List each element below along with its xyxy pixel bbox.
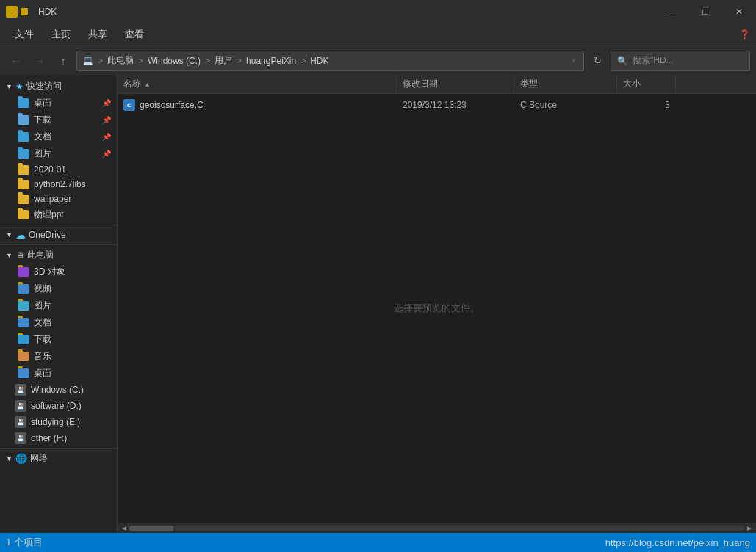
address-bar[interactable]: 💻 > 此电脑 > Windows (C:) > 用户 > huangPeiXi… bbox=[76, 51, 584, 71]
python-label: python2.7libs bbox=[34, 179, 86, 189]
sidebar-item-desktop2[interactable]: 桌面 bbox=[0, 365, 117, 382]
col-size-label: 大小 bbox=[623, 78, 641, 90]
back-button[interactable]: ← bbox=[6, 51, 26, 71]
sidebar-drive-c[interactable]: 💾 Windows (C:) bbox=[0, 382, 117, 398]
table-row[interactable]: C geoisosurface.C 2019/3/12 13:23 C Sour… bbox=[118, 95, 756, 115]
sidebar-item-downloads[interactable]: 下载 📌 bbox=[0, 112, 117, 128]
wallpaper-label: wallpaper bbox=[34, 194, 71, 204]
drive-c-label: Windows (C:) bbox=[31, 385, 84, 395]
scrollbar-thumb[interactable] bbox=[129, 526, 173, 531]
nav-bar: ← → ↑ 💻 > 此电脑 > Windows (C:) > 用户 > huan… bbox=[0, 46, 756, 75]
forward-button[interactable]: → bbox=[29, 51, 50, 71]
col-type-label: 类型 bbox=[520, 78, 538, 90]
col-header-date[interactable]: 修改日期 bbox=[397, 75, 514, 93]
divider-1 bbox=[0, 225, 117, 225]
thispc-header[interactable]: ▼ 🖥 此电脑 bbox=[0, 247, 117, 264]
status-bar: 1 个项目 https://blog.csdn.net/peixin_huang bbox=[0, 533, 756, 552]
status-url: https://blog.csdn.net/peixin_huang bbox=[605, 537, 750, 548]
scrollbar-track[interactable] bbox=[129, 526, 744, 531]
up-button[interactable]: ↑ bbox=[53, 51, 73, 71]
sidebar-item-desktop[interactable]: 桌面 📌 bbox=[0, 95, 117, 112]
sidebar-drive-d[interactable]: 💾 software (D:) bbox=[0, 398, 117, 414]
close-button[interactable]: ✕ bbox=[722, 0, 756, 23]
sidebar-item-wallpaper[interactable]: wallpaper bbox=[0, 192, 117, 206]
docs-folder-icon bbox=[18, 132, 29, 142]
drive-f-icon: 💾 bbox=[15, 432, 26, 444]
network-chevron: ▼ bbox=[6, 455, 12, 462]
folder-icon-music bbox=[18, 352, 29, 361]
sidebar-item-docs2[interactable]: 文档 bbox=[0, 314, 117, 331]
sidebar: ▼ ★ 快速访问 桌面 📌 下载 📌 文档 📌 图片 📌 2020-01 bbox=[0, 75, 118, 533]
pc-icon: 🖥 bbox=[15, 250, 24, 261]
col-name-label: 名称 bbox=[123, 78, 141, 90]
folder-icon-desktop2 bbox=[18, 368, 29, 378]
folder-icon-downloads2 bbox=[18, 335, 29, 344]
refresh-button[interactable]: ↻ bbox=[587, 51, 608, 71]
physics-label: 物理ppt bbox=[34, 208, 64, 221]
sidebar-drive-e[interactable]: 💾 studying (E:) bbox=[0, 414, 117, 430]
preview-text: 选择要预览的文件。 bbox=[394, 302, 480, 313]
col-date-label: 修改日期 bbox=[403, 78, 438, 90]
sidebar-item-pictures2[interactable]: 图片 bbox=[0, 297, 117, 314]
onedrive-label: OneDrive bbox=[29, 230, 66, 240]
app-icon-large bbox=[6, 6, 18, 18]
maximize-button[interactable]: □ bbox=[688, 0, 722, 23]
sidebar-item-downloads2[interactable]: 下载 bbox=[0, 331, 117, 348]
folder-icon-wallpaper bbox=[18, 195, 29, 204]
scroll-left-button[interactable]: ◄ bbox=[119, 523, 129, 534]
sidebar-item-video[interactable]: 视频 bbox=[0, 280, 117, 297]
menu-share[interactable]: 共享 bbox=[79, 25, 116, 44]
sidebar-item-music[interactable]: 音乐 bbox=[0, 348, 117, 365]
menu-home[interactable]: 主页 bbox=[43, 25, 79, 44]
menu-view[interactable]: 查看 bbox=[116, 25, 153, 44]
pin-icon-docs: 📌 bbox=[102, 133, 111, 141]
sidebar-item-python[interactable]: python2.7libs bbox=[0, 177, 117, 192]
quick-access-header[interactable]: ▼ ★ 快速访问 bbox=[0, 78, 117, 95]
menu-file[interactable]: 文件 bbox=[6, 25, 43, 44]
scroll-right-button[interactable]: ► bbox=[744, 523, 755, 534]
sidebar-item-3d[interactable]: 3D 对象 bbox=[0, 264, 117, 280]
breadcrumb-users[interactable]: 用户 bbox=[215, 54, 232, 67]
downloads-label: 下载 bbox=[34, 114, 51, 126]
col-header-size[interactable]: 大小 bbox=[617, 75, 676, 93]
sidebar-item-pictures[interactable]: 图片 📌 bbox=[0, 145, 117, 162]
sidebar-item-2020[interactable]: 2020-01 bbox=[0, 162, 117, 177]
title-bar-icon bbox=[6, 6, 28, 18]
column-header: 名称 ▲ 修改日期 类型 大小 bbox=[118, 75, 756, 94]
folder-icon-video bbox=[18, 284, 29, 294]
col-header-name[interactable]: 名称 ▲ bbox=[118, 75, 397, 93]
desktop-folder-icon bbox=[18, 98, 29, 108]
desktop2-label: 桌面 bbox=[34, 367, 51, 380]
help-icon: ❓ bbox=[739, 29, 750, 40]
network-header[interactable]: ▼ 🌐 网络 bbox=[0, 450, 117, 467]
file-date-cell: 2019/3/12 13:23 bbox=[397, 100, 514, 110]
search-box[interactable]: 🔍 搜索"HD... bbox=[611, 51, 750, 71]
breadcrumb-computer[interactable]: 此电脑 bbox=[107, 54, 134, 67]
breadcrumb-user[interactable]: huangPeiXin bbox=[246, 56, 296, 66]
docs-label: 文档 bbox=[34, 131, 51, 143]
item-2020-label: 2020-01 bbox=[34, 164, 66, 175]
file-date: 2019/3/12 13:23 bbox=[403, 100, 467, 110]
sidebar-drive-f[interactable]: 💾 other (F:) bbox=[0, 430, 117, 446]
quick-access-chevron: ▼ bbox=[6, 83, 12, 90]
desktop-label: 桌面 bbox=[34, 97, 51, 109]
sidebar-item-docs[interactable]: 文档 📌 bbox=[0, 128, 117, 145]
minimize-button[interactable]: — bbox=[655, 0, 688, 23]
drive-f-label: other (F:) bbox=[31, 433, 67, 443]
onedrive-header[interactable]: ▼ ☁ OneDrive bbox=[0, 227, 117, 243]
pictures-folder-icon bbox=[18, 149, 29, 159]
horizontal-scrollbar[interactable]: ◄ ► bbox=[118, 523, 756, 533]
video-label: 视频 bbox=[34, 283, 51, 295]
breadcrumb-c[interactable]: Windows (C:) bbox=[148, 56, 201, 66]
file-name-cell: C geoisosurface.C bbox=[118, 99, 397, 111]
preview-panel: 选择要预览的文件。 bbox=[394, 302, 480, 315]
folder-icon-docs2 bbox=[18, 318, 29, 327]
col-header-type[interactable]: 类型 bbox=[514, 75, 617, 93]
thispc-label: 此电脑 bbox=[27, 249, 54, 261]
quick-access-label: 快速访问 bbox=[26, 80, 62, 92]
breadcrumb-current[interactable]: HDK bbox=[310, 56, 328, 66]
dropdown-arrow-icon[interactable]: ▼ bbox=[570, 57, 577, 65]
thispc-chevron: ▼ bbox=[6, 252, 12, 259]
title-bar-left: HDK bbox=[6, 6, 57, 18]
sidebar-item-physics[interactable]: 物理ppt bbox=[0, 206, 117, 223]
